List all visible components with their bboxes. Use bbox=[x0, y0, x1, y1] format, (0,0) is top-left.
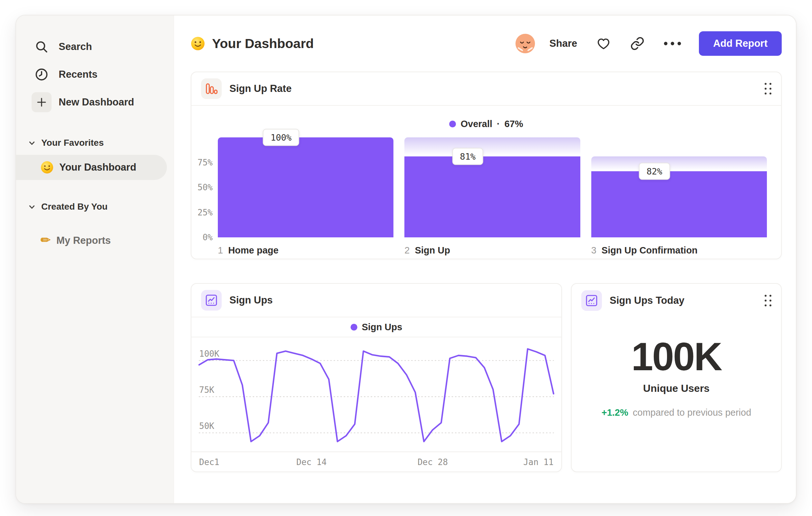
step-number: 3 bbox=[591, 245, 597, 256]
dashboard-header: Your Dashboard Share bbox=[191, 30, 782, 57]
x-axis-labels: Dec1Dec 14Dec 28Jan 11 bbox=[199, 452, 554, 471]
legend-dot bbox=[449, 120, 456, 127]
delta-note: compared to previous period bbox=[633, 407, 751, 418]
chevron-down-icon bbox=[28, 204, 35, 209]
funnel-y-tick: 75% bbox=[198, 158, 213, 167]
line-chart: 100K75K50K Dec1Dec 14Dec 28Jan 11 bbox=[192, 337, 561, 471]
funnel-bar-area: 81% bbox=[404, 137, 580, 237]
step-name: Home page bbox=[228, 245, 279, 256]
smiley-emoji-icon bbox=[191, 36, 205, 51]
card-title: Sign Ups Today bbox=[610, 295, 685, 306]
chevron-down-icon bbox=[28, 140, 35, 145]
card-header: Sign Ups Today bbox=[572, 284, 781, 317]
plus-icon bbox=[32, 92, 52, 112]
sign-up-rate-card: Sign Up Rate Overall · 67% 75%50%25%0% 1… bbox=[191, 72, 782, 259]
sidebar-item-label: Search bbox=[59, 41, 92, 53]
legend-value: 67% bbox=[504, 119, 523, 129]
funnel-step[interactable]: 82%3Sign Up Confirmation bbox=[591, 137, 767, 256]
legend-dot bbox=[351, 324, 357, 331]
funnel-columns: 100%1Home page81%2Sign Up82%3Sign Up Con… bbox=[218, 137, 767, 256]
card-header: Sign Up Rate bbox=[192, 72, 781, 106]
step-number: 2 bbox=[404, 245, 410, 256]
funnel-bar-area: 100% bbox=[218, 137, 394, 237]
search-icon bbox=[32, 37, 52, 57]
pencil-icon: ✏ bbox=[40, 234, 51, 246]
funnel-y-axis: 75%50%25%0% bbox=[192, 137, 218, 237]
sidebar-item-my-reports[interactable]: ✏ My Reports bbox=[16, 228, 174, 253]
metric-label: Unique Users bbox=[643, 382, 709, 395]
favorite-heart-icon[interactable] bbox=[596, 36, 611, 51]
line-y-tick: 50K bbox=[199, 421, 214, 431]
line-legend: Sign Ups bbox=[192, 317, 561, 337]
sign-ups-today-card: Sign Ups Today 100K Unique Users +1.2% c… bbox=[571, 283, 782, 472]
delta-percent: +1.2% bbox=[602, 407, 628, 418]
sidebar-item-label: Your Dashboard bbox=[59, 162, 136, 173]
funnel-y-tick: 25% bbox=[198, 208, 213, 217]
funnel-bar-ghost bbox=[591, 156, 767, 171]
drag-handle-icon[interactable] bbox=[765, 83, 772, 94]
card-title: Sign Ups bbox=[229, 294, 272, 306]
page-title-text: Your Dashboard bbox=[212, 36, 314, 51]
funnel-step[interactable]: 81%2Sign Up bbox=[404, 137, 580, 256]
funnel-chart: 75%50%25%0% 100%1Home page81%2Sign Up82%… bbox=[192, 137, 781, 256]
section-your-favorites[interactable]: Your Favorites bbox=[16, 134, 174, 152]
smiley-emoji-icon bbox=[40, 161, 54, 174]
conversion-badge: 100% bbox=[263, 129, 299, 146]
card-header: Sign Ups bbox=[192, 284, 561, 317]
funnel-y-tick: 0% bbox=[203, 233, 213, 242]
funnel-bar[interactable] bbox=[404, 156, 580, 237]
copy-link-icon[interactable] bbox=[630, 36, 645, 51]
app-window: Search Recents New Dashboard bbox=[16, 15, 796, 504]
legend-label: Overall bbox=[460, 119, 492, 129]
line-x-tick: Dec 14 bbox=[296, 457, 327, 467]
line-y-tick: 100K bbox=[199, 349, 220, 359]
conversion-badge: 82% bbox=[639, 163, 670, 180]
page-title: Your Dashboard bbox=[191, 36, 314, 51]
section-label: Created By You bbox=[41, 201, 108, 212]
section-label: Your Favorites bbox=[41, 138, 104, 148]
funnel-step-label: 2Sign Up bbox=[404, 245, 580, 256]
card-title: Sign Up Rate bbox=[229, 83, 292, 94]
metric-body: 100K Unique Users +1.2% compared to prev… bbox=[572, 317, 781, 418]
funnel-step-label: 3Sign Up Confirmation bbox=[591, 245, 767, 256]
main-content: Your Dashboard Share bbox=[174, 16, 796, 503]
bar-chart-icon bbox=[201, 78, 222, 99]
line-x-tick: Dec 28 bbox=[417, 457, 448, 467]
sidebar-item-label: Recents bbox=[59, 69, 98, 80]
funnel-bar-ghost bbox=[404, 137, 580, 156]
line-x-tick: Jan 11 bbox=[523, 457, 554, 467]
funnel-step[interactable]: 100%1Home page bbox=[218, 137, 394, 256]
conversion-badge: 81% bbox=[452, 148, 483, 165]
sidebar-item-your-dashboard[interactable]: Your Dashboard bbox=[16, 155, 167, 180]
line-chart-icon bbox=[581, 290, 602, 311]
line-y-tick: 75K bbox=[199, 385, 214, 395]
drag-handle-icon[interactable] bbox=[765, 295, 772, 306]
step-name: Sign Up bbox=[415, 245, 450, 256]
sign-ups-card: Sign Ups Sign Ups 100K75K50K Dec1Dec 14D… bbox=[191, 283, 562, 472]
line-plot-area: 100K75K50K bbox=[199, 343, 554, 450]
legend-separator: · bbox=[497, 119, 500, 129]
sidebar-item-search[interactable]: Search bbox=[16, 33, 174, 61]
share-button[interactable]: Share bbox=[549, 38, 577, 49]
more-options-icon[interactable] bbox=[663, 41, 682, 46]
sidebar-item-recents[interactable]: Recents bbox=[16, 61, 174, 88]
sidebar: Search Recents New Dashboard bbox=[16, 16, 174, 503]
sidebar-item-new-dashboard[interactable]: New Dashboard bbox=[16, 88, 174, 116]
add-report-button[interactable]: Add Report bbox=[699, 31, 782, 56]
line-x-tick: Dec1 bbox=[199, 457, 220, 467]
funnel-bar[interactable] bbox=[218, 137, 394, 237]
section-created-by-you[interactable]: Created By You bbox=[16, 197, 174, 216]
sidebar-item-label: New Dashboard bbox=[59, 97, 134, 108]
metric-value: 100K bbox=[631, 334, 721, 379]
step-name: Sign Up Confirmation bbox=[602, 245, 698, 256]
line-chart-icon bbox=[201, 290, 222, 310]
avatar[interactable] bbox=[515, 33, 536, 54]
legend-label: Sign Ups bbox=[362, 322, 402, 332]
funnel-step-label: 1Home page bbox=[218, 245, 394, 256]
clock-icon bbox=[32, 64, 52, 84]
funnel-y-tick: 50% bbox=[198, 183, 213, 192]
metric-delta: +1.2% compared to previous period bbox=[602, 407, 751, 418]
funnel-bar-area: 82% bbox=[591, 137, 767, 237]
sidebar-item-label: My Reports bbox=[56, 235, 111, 246]
funnel-bar[interactable] bbox=[591, 171, 767, 237]
